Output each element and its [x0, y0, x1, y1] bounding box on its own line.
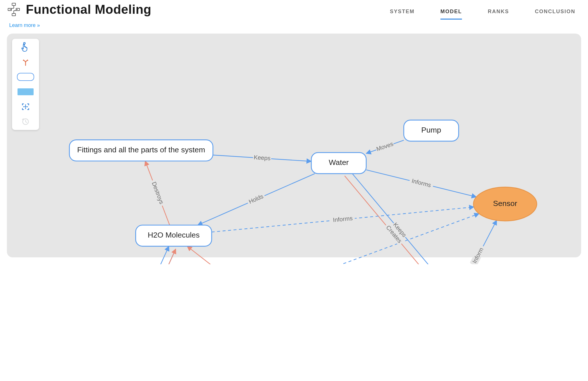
learn-more-link[interactable]: Learn more »	[9, 22, 40, 28]
svg-text:Destroys: Destroys	[151, 181, 165, 205]
graph-svg[interactable]: Fittings and all the parts of the system…	[7, 34, 581, 264]
node-h2o_mol[interactable]: H2O Molecules	[136, 225, 212, 246]
svg-text:Keeps: Keeps	[254, 154, 271, 162]
edge-e_agg_h2o_reduce[interactable]	[129, 246, 169, 264]
flowchart-icon	[7, 3, 21, 16]
node-label-water: Water	[329, 158, 349, 167]
edge-label-e_pump_water: Moves	[375, 140, 394, 153]
edge-label-e_h2o_fit: Destroys	[150, 179, 166, 207]
page-title: Functional Modeling	[26, 2, 151, 17]
tab-conclusion[interactable]: CONCLUSION	[535, 6, 575, 20]
svg-rect-3	[12, 13, 16, 16]
edge-label-e_h2o_sensor: Informs	[330, 214, 355, 224]
edge-e_water_particles_keeps[interactable]	[351, 172, 448, 264]
edge-label-e_particles_sensor: Inform	[470, 244, 486, 264]
tab-system[interactable]: SYSTEM	[390, 6, 415, 20]
node-sensor[interactable]: Sensor	[473, 187, 537, 221]
node-label-h2o_mol: H2O Molecules	[148, 231, 200, 239]
edge-e_filter10_h2o_increase[interactable]	[187, 246, 310, 264]
header: Functional Modeling SYSTEM MODEL RANKS C…	[7, 2, 581, 20]
node-water[interactable]: Water	[311, 153, 366, 174]
node-pump[interactable]: Pump	[404, 120, 459, 141]
edge-e_water_particles_creates[interactable]	[345, 176, 442, 264]
edge-label-e_water_sensor: Informs	[409, 176, 434, 190]
edge-label-e_water_h2o: Holds	[246, 192, 266, 206]
node-fittings[interactable]: Fittings and all the parts of the system	[69, 140, 213, 161]
node-label-sensor: Sensor	[493, 199, 517, 208]
tab-ranks[interactable]: RANKS	[488, 6, 509, 20]
title-wrap: Functional Modeling	[7, 2, 151, 17]
tab-model[interactable]: MODEL	[440, 6, 462, 20]
edge-e_agg_h2o_increase[interactable]	[136, 249, 176, 264]
svg-rect-0	[12, 3, 16, 5]
node-label-fittings: Fittings and all the parts of the system	[77, 145, 205, 154]
diagram-canvas[interactable]: Fittings and all the parts of the system…	[7, 34, 581, 257]
svg-text:Inform: Inform	[471, 246, 484, 264]
tabs: SYSTEM MODEL RANKS CONCLUSION	[390, 2, 581, 20]
node-label-pump: Pump	[421, 126, 441, 134]
edge-label-e_fit_water: Keeps	[253, 153, 272, 162]
